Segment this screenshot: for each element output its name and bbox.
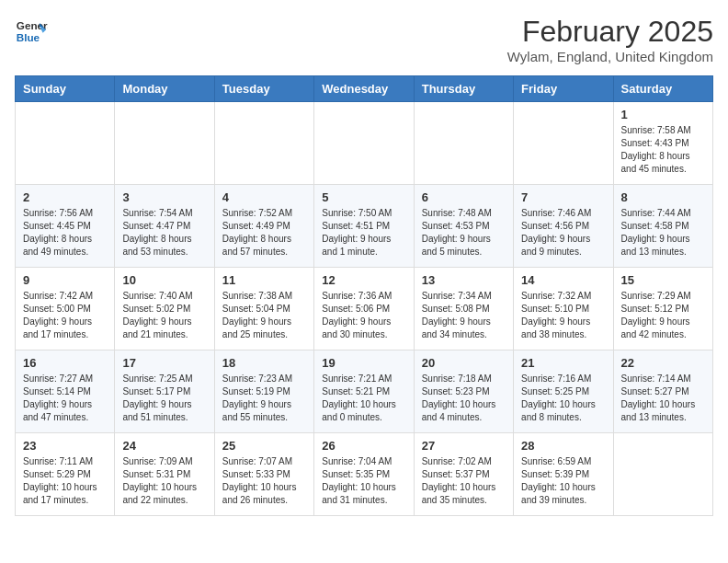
header-monday: Monday xyxy=(115,76,214,102)
calendar-subtitle: Wylam, England, United Kingdom xyxy=(507,49,713,64)
day-number: 4 xyxy=(222,190,306,204)
day-number: 19 xyxy=(322,356,405,370)
table-row: 9Sunrise: 7:42 AM Sunset: 5:00 PM Daylig… xyxy=(16,268,115,350)
calendar-week-4: 16Sunrise: 7:27 AM Sunset: 5:14 PM Dayli… xyxy=(16,350,713,433)
table-row: 17Sunrise: 7:25 AM Sunset: 5:17 PM Dayli… xyxy=(115,350,214,433)
day-number: 2 xyxy=(23,190,107,204)
day-info: Sunrise: 7:04 AM Sunset: 5:35 PM Dayligh… xyxy=(322,455,405,507)
table-row: 19Sunrise: 7:21 AM Sunset: 5:21 PM Dayli… xyxy=(314,350,414,433)
table-row: 8Sunrise: 7:44 AM Sunset: 4:58 PM Daylig… xyxy=(613,185,712,268)
day-info: Sunrise: 7:32 AM Sunset: 5:10 PM Dayligh… xyxy=(521,290,605,341)
day-info: Sunrise: 7:21 AM Sunset: 5:21 PM Dayligh… xyxy=(322,373,405,424)
day-info: Sunrise: 7:56 AM Sunset: 4:45 PM Dayligh… xyxy=(23,207,107,259)
table-row: 6Sunrise: 7:48 AM Sunset: 4:53 PM Daylig… xyxy=(414,185,513,268)
day-number: 18 xyxy=(222,356,306,370)
day-info: Sunrise: 6:59 AM Sunset: 5:39 PM Dayligh… xyxy=(521,455,605,507)
table-row: 15Sunrise: 7:29 AM Sunset: 5:12 PM Dayli… xyxy=(613,268,712,350)
table-row: 4Sunrise: 7:52 AM Sunset: 4:49 PM Daylig… xyxy=(214,185,313,268)
day-info: Sunrise: 7:36 AM Sunset: 5:06 PM Dayligh… xyxy=(322,290,405,341)
day-info: Sunrise: 7:23 AM Sunset: 5:19 PM Dayligh… xyxy=(222,373,306,424)
calendar-week-5: 23Sunrise: 7:11 AM Sunset: 5:29 PM Dayli… xyxy=(16,433,713,516)
table-row: 2Sunrise: 7:56 AM Sunset: 4:45 PM Daylig… xyxy=(16,185,115,268)
table-row: 7Sunrise: 7:46 AM Sunset: 4:56 PM Daylig… xyxy=(514,185,613,268)
day-info: Sunrise: 7:50 AM Sunset: 4:51 PM Dayligh… xyxy=(322,207,405,259)
table-row: 13Sunrise: 7:34 AM Sunset: 5:08 PM Dayli… xyxy=(414,268,513,350)
table-row: 12Sunrise: 7:36 AM Sunset: 5:06 PM Dayli… xyxy=(314,268,414,350)
day-info: Sunrise: 7:34 AM Sunset: 5:08 PM Dayligh… xyxy=(422,290,506,341)
table-row xyxy=(514,102,613,185)
header-sunday: Sunday xyxy=(16,76,115,102)
calendar-week-3: 9Sunrise: 7:42 AM Sunset: 5:00 PM Daylig… xyxy=(16,268,713,350)
calendar-week-1: 1Sunrise: 7:58 AM Sunset: 4:43 PM Daylig… xyxy=(16,102,713,185)
logo-icon: General Blue xyxy=(15,15,48,48)
day-number: 3 xyxy=(122,190,206,204)
day-number: 7 xyxy=(521,190,605,204)
table-row: 28Sunrise: 6:59 AM Sunset: 5:39 PM Dayli… xyxy=(514,433,613,516)
day-number: 23 xyxy=(23,439,107,453)
table-row xyxy=(613,433,712,516)
day-info: Sunrise: 7:58 AM Sunset: 4:43 PM Dayligh… xyxy=(621,124,705,176)
table-row: 27Sunrise: 7:02 AM Sunset: 5:37 PM Dayli… xyxy=(414,433,513,516)
day-number: 13 xyxy=(422,273,506,287)
header-thursday: Thursday xyxy=(414,76,513,102)
day-number: 27 xyxy=(422,439,506,453)
table-row: 3Sunrise: 7:54 AM Sunset: 4:47 PM Daylig… xyxy=(115,185,214,268)
logo: General Blue xyxy=(15,15,48,48)
table-row xyxy=(115,102,214,185)
calendar-header-row: Sunday Monday Tuesday Wednesday Thursday… xyxy=(16,76,713,102)
table-row: 22Sunrise: 7:14 AM Sunset: 5:27 PM Dayli… xyxy=(613,350,712,433)
day-number: 11 xyxy=(222,273,306,287)
table-row: 1Sunrise: 7:58 AM Sunset: 4:43 PM Daylig… xyxy=(613,102,712,185)
day-info: Sunrise: 7:29 AM Sunset: 5:12 PM Dayligh… xyxy=(621,290,705,341)
day-number: 21 xyxy=(521,356,605,370)
day-info: Sunrise: 7:25 AM Sunset: 5:17 PM Dayligh… xyxy=(122,373,206,424)
table-row: 18Sunrise: 7:23 AM Sunset: 5:19 PM Dayli… xyxy=(214,350,313,433)
calendar-title: February 2025 xyxy=(507,15,713,49)
calendar-week-2: 2Sunrise: 7:56 AM Sunset: 4:45 PM Daylig… xyxy=(16,185,713,268)
header-tuesday: Tuesday xyxy=(214,76,313,102)
day-info: Sunrise: 7:18 AM Sunset: 5:23 PM Dayligh… xyxy=(422,373,506,424)
day-number: 20 xyxy=(422,356,506,370)
day-info: Sunrise: 7:07 AM Sunset: 5:33 PM Dayligh… xyxy=(222,455,306,507)
table-row: 23Sunrise: 7:11 AM Sunset: 5:29 PM Dayli… xyxy=(16,433,115,516)
header-friday: Friday xyxy=(514,76,613,102)
day-number: 24 xyxy=(122,439,206,453)
day-info: Sunrise: 7:02 AM Sunset: 5:37 PM Dayligh… xyxy=(422,455,506,507)
day-info: Sunrise: 7:44 AM Sunset: 4:58 PM Dayligh… xyxy=(621,207,705,259)
day-number: 6 xyxy=(422,190,506,204)
day-number: 16 xyxy=(23,356,107,370)
day-number: 12 xyxy=(322,273,405,287)
day-number: 22 xyxy=(621,356,705,370)
header-saturday: Saturday xyxy=(613,76,712,102)
day-number: 14 xyxy=(521,273,605,287)
day-number: 5 xyxy=(322,190,405,204)
day-number: 8 xyxy=(621,190,705,204)
page-header: General Blue February 2025 Wylam, Englan… xyxy=(15,15,713,64)
day-info: Sunrise: 7:52 AM Sunset: 4:49 PM Dayligh… xyxy=(222,207,306,259)
day-info: Sunrise: 7:27 AM Sunset: 5:14 PM Dayligh… xyxy=(23,373,107,424)
day-number: 26 xyxy=(322,439,405,453)
day-info: Sunrise: 7:40 AM Sunset: 5:02 PM Dayligh… xyxy=(122,290,206,341)
table-row: 11Sunrise: 7:38 AM Sunset: 5:04 PM Dayli… xyxy=(214,268,313,350)
day-info: Sunrise: 7:46 AM Sunset: 4:56 PM Dayligh… xyxy=(521,207,605,259)
day-info: Sunrise: 7:48 AM Sunset: 4:53 PM Dayligh… xyxy=(422,207,506,259)
day-number: 9 xyxy=(23,273,107,287)
table-row xyxy=(314,102,414,185)
day-info: Sunrise: 7:38 AM Sunset: 5:04 PM Dayligh… xyxy=(222,290,306,341)
table-row: 26Sunrise: 7:04 AM Sunset: 5:35 PM Dayli… xyxy=(314,433,414,516)
day-info: Sunrise: 7:42 AM Sunset: 5:00 PM Dayligh… xyxy=(23,290,107,341)
day-info: Sunrise: 7:14 AM Sunset: 5:27 PM Dayligh… xyxy=(621,373,705,424)
header-wednesday: Wednesday xyxy=(314,76,414,102)
day-info: Sunrise: 7:11 AM Sunset: 5:29 PM Dayligh… xyxy=(23,455,107,507)
day-number: 10 xyxy=(122,273,206,287)
day-number: 15 xyxy=(621,273,705,287)
table-row xyxy=(414,102,513,185)
table-row xyxy=(16,102,115,185)
table-row: 10Sunrise: 7:40 AM Sunset: 5:02 PM Dayli… xyxy=(115,268,214,350)
table-row: 25Sunrise: 7:07 AM Sunset: 5:33 PM Dayli… xyxy=(214,433,313,516)
day-number: 17 xyxy=(122,356,206,370)
table-row: 16Sunrise: 7:27 AM Sunset: 5:14 PM Dayli… xyxy=(16,350,115,433)
day-number: 1 xyxy=(621,108,705,121)
table-row: 24Sunrise: 7:09 AM Sunset: 5:31 PM Dayli… xyxy=(115,433,214,516)
title-section: February 2025 Wylam, England, United Kin… xyxy=(507,15,713,64)
